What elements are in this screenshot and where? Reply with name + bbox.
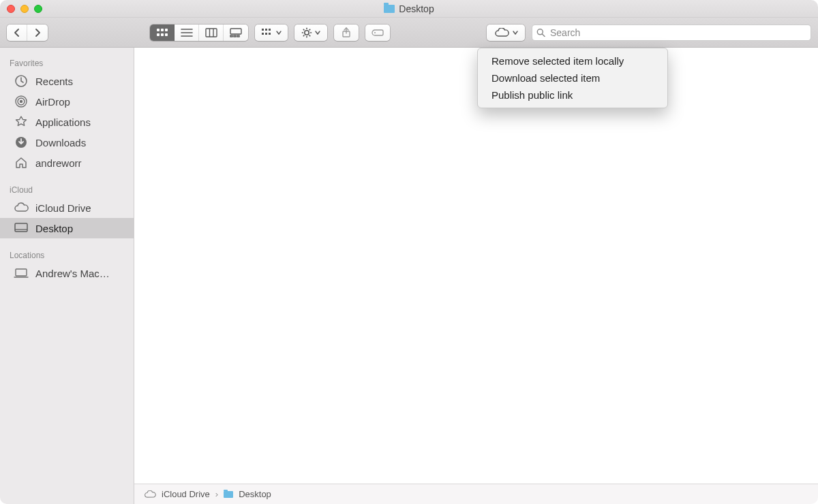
list-view-button[interactable] <box>175 25 199 41</box>
sidebar-item-label: Andrew's Mac… <box>35 268 110 279</box>
menu-item-publish-link[interactable]: Publish public link <box>478 86 667 104</box>
svg-rect-2 <box>165 29 168 31</box>
nav-group <box>7 25 48 41</box>
svg-rect-1 <box>161 29 164 31</box>
svg-rect-21 <box>269 33 271 35</box>
svg-rect-14 <box>234 35 236 37</box>
sidebar-item-mac[interactable]: Andrew's Mac… <box>0 263 134 283</box>
path-segment[interactable]: iCloud Drive <box>162 489 210 499</box>
sidebar-item-label: Recents <box>35 76 73 87</box>
content: iCloud Drive › Desktop <box>134 48 818 504</box>
sidebar-item-label: iCloud Drive <box>35 202 91 214</box>
share-icon <box>342 27 351 38</box>
action-button[interactable] <box>294 25 327 41</box>
svg-rect-20 <box>265 33 267 35</box>
svg-rect-42 <box>16 269 27 276</box>
sidebar-item-label: Desktop <box>35 223 73 234</box>
titlebar: Desktop <box>0 0 818 18</box>
file-area[interactable] <box>134 48 818 484</box>
folder-icon <box>384 5 395 13</box>
svg-line-30 <box>309 29 311 30</box>
window-title-text: Desktop <box>399 3 434 14</box>
chevron-down-icon <box>276 30 282 35</box>
svg-rect-13 <box>230 35 232 37</box>
sidebar-section-favorites: Favorites <box>0 54 134 71</box>
svg-line-28 <box>309 35 311 36</box>
svg-rect-18 <box>269 29 271 31</box>
minimize-button[interactable] <box>20 5 29 13</box>
action-group <box>294 25 327 41</box>
close-button[interactable] <box>7 5 15 13</box>
svg-rect-19 <box>262 33 264 35</box>
cloud-icon <box>14 202 29 213</box>
sidebar-section-locations: Locations <box>0 247 134 263</box>
sidebar-item-downloads[interactable]: Downloads <box>0 132 134 153</box>
menu-item-remove-local[interactable]: Remove selected item locally <box>478 52 667 69</box>
desktop-icon <box>14 223 29 234</box>
tags-button[interactable] <box>365 25 390 41</box>
sidebar-item-label: AirDrop <box>35 96 70 108</box>
zoom-button[interactable] <box>34 5 42 13</box>
airdrop-icon <box>14 95 29 108</box>
svg-rect-40 <box>15 223 27 232</box>
svg-point-32 <box>374 32 376 33</box>
svg-line-34 <box>543 34 545 37</box>
share-group <box>334 25 359 41</box>
search-wrap <box>532 25 811 41</box>
sidebar-item-label: Downloads <box>35 137 86 148</box>
column-view-button[interactable] <box>199 25 224 41</box>
search-input[interactable] <box>532 25 811 41</box>
chevron-left-icon <box>14 29 20 37</box>
sidebar: Favorites Recents AirDrop Applications <box>0 48 134 504</box>
svg-line-27 <box>303 29 305 30</box>
list-view-icon <box>181 28 193 37</box>
sidebar-item-recents[interactable]: Recents <box>0 71 134 91</box>
gallery-view-icon <box>230 28 242 37</box>
home-icon <box>14 156 29 170</box>
icloud-group <box>487 25 525 41</box>
svg-point-36 <box>20 100 22 103</box>
tag-icon <box>371 29 384 37</box>
svg-point-22 <box>305 30 309 34</box>
back-button[interactable] <box>7 25 27 41</box>
svg-rect-12 <box>230 29 241 34</box>
column-view-icon <box>205 28 217 37</box>
grid-icon <box>261 28 273 37</box>
icon-view-button[interactable] <box>150 25 175 41</box>
sidebar-item-icloud-drive[interactable]: iCloud Drive <box>0 198 134 218</box>
apps-icon <box>14 115 29 129</box>
icloud-menu: Remove selected item locally Download se… <box>477 48 668 108</box>
laptop-icon <box>14 268 29 279</box>
sidebar-item-airdrop[interactable]: AirDrop <box>0 91 134 112</box>
arrange-button[interactable] <box>255 25 288 41</box>
gallery-view-button[interactable] <box>224 25 248 41</box>
search-icon <box>536 28 545 37</box>
svg-rect-0 <box>157 29 160 31</box>
share-button[interactable] <box>334 25 359 41</box>
forward-button[interactable] <box>27 25 48 41</box>
path-segment[interactable]: Desktop <box>239 489 271 499</box>
path-separator: › <box>215 489 218 499</box>
chevron-right-icon <box>34 29 41 37</box>
sidebar-item-home[interactable]: andreworr <box>0 153 134 173</box>
sidebar-item-desktop[interactable]: Desktop <box>0 218 134 238</box>
icloud-button[interactable] <box>487 25 525 41</box>
svg-rect-17 <box>265 29 267 31</box>
icon-view-icon <box>156 28 168 37</box>
svg-rect-5 <box>165 33 168 36</box>
cloud-icon <box>494 28 509 37</box>
svg-rect-4 <box>161 33 164 36</box>
window-controls <box>7 5 42 13</box>
svg-rect-15 <box>237 35 239 37</box>
svg-rect-3 <box>157 33 160 36</box>
finder-window: Desktop <box>0 0 818 504</box>
sidebar-item-label: Applications <box>35 116 91 128</box>
sidebar-item-applications[interactable]: Applications <box>0 112 134 132</box>
menu-item-download[interactable]: Download selected item <box>478 69 667 86</box>
chevron-down-icon <box>513 30 518 35</box>
clock-icon <box>14 74 29 88</box>
view-group <box>150 25 248 41</box>
window-body: Favorites Recents AirDrop Applications <box>0 48 818 504</box>
chevron-down-icon <box>315 30 320 35</box>
window-title: Desktop <box>0 3 818 14</box>
